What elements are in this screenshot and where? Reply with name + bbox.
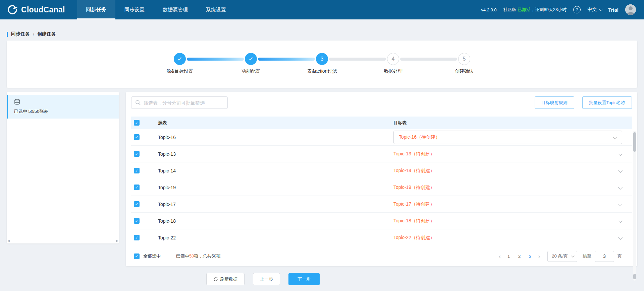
jump-page-input[interactable] — [595, 251, 614, 262]
table-row[interactable]: Topic-14 Topic-14（待创建） — [131, 162, 632, 179]
row-checkbox[interactable] — [134, 151, 140, 157]
chevron-down-icon[interactable] — [618, 168, 623, 173]
wizard-steps: ✓ 源&目标设置 ✓ 功能配置 3 表&action过滤 4 数据处理 5 创建… — [7, 41, 637, 65]
table-row[interactable]: Topic-19 Topic-19（待创建） — [131, 179, 632, 196]
step-done-icon: ✓ — [245, 53, 257, 65]
step-pending-number: 5 — [458, 53, 470, 65]
check-icon: ✓ — [177, 56, 182, 63]
plan-badge: Trial — [608, 7, 619, 13]
help-icon[interactable]: ? — [573, 6, 581, 13]
step-label: 功能配置 — [241, 68, 260, 74]
brand-logo[interactable]: CloudCanal — [7, 4, 65, 15]
step-progress-bar — [258, 58, 315, 61]
selected-count: 50 — [189, 253, 194, 259]
selected-tables-item[interactable]: 已选中 50/50张表 — [7, 95, 119, 119]
target-cell: Topic-18（待创建） — [391, 218, 632, 224]
table-row[interactable]: Topic-18 Topic-18（待创建） — [131, 213, 632, 229]
next-step-button[interactable]: 下一步 — [288, 273, 320, 285]
row-checkbox[interactable] — [134, 235, 140, 240]
page-size-select[interactable]: 20 条/页 — [547, 251, 577, 262]
table-toolbar: 目标映射规则 批量设置Topic名称 — [131, 92, 632, 109]
nav-item-system-settings[interactable]: 系统设置 — [197, 0, 235, 19]
table-footer: 全部选中 已选中50项，总共50项 ‹ 1 2 3 › 20 条/页 跳至 页 — [131, 250, 632, 263]
table-mapping-panel: 目标映射规则 批量设置Topic名称 源表 目标表 Topic-16 Topic… — [126, 92, 637, 266]
selection-count-text: 已选中50项，总共50项 — [176, 253, 221, 259]
source-table-name: Topic-22 — [156, 235, 391, 240]
avatar-person-icon — [625, 4, 636, 15]
target-mapping-rules-button[interactable]: 目标映射规则 — [535, 96, 574, 109]
check-icon: ✓ — [249, 56, 253, 63]
breadcrumb-section[interactable]: 同步任务 — [11, 31, 30, 37]
chevron-down-icon — [599, 8, 602, 11]
next-page-icon[interactable]: › — [536, 253, 543, 259]
scrollbar-thumb-bottom[interactable] — [633, 274, 636, 279]
row-checkbox-cell — [131, 201, 156, 207]
prev-page-icon[interactable]: ‹ — [496, 253, 503, 259]
step-data-processing: 4 数据处理 — [387, 53, 399, 65]
target-topic-select[interactable]: Topic-16（待创建） — [393, 131, 622, 144]
chevron-down-icon[interactable] — [618, 185, 623, 190]
edition-status: 社区版 已激活，还剩89天23小时 — [503, 7, 567, 13]
step-pending-number: 4 — [387, 53, 399, 65]
language-selector[interactable]: 中文 — [587, 7, 601, 13]
target-topic-name: Topic-16（待创建） — [399, 134, 440, 140]
table-row[interactable]: Topic-13 Topic-13（待创建） — [131, 146, 632, 162]
table-row[interactable]: Topic-16 Topic-16（待创建） — [131, 129, 632, 146]
chevron-down-icon[interactable] — [618, 235, 623, 240]
steps-card: ✓ 源&目标设置 ✓ 功能配置 3 表&action过滤 4 数据处理 5 创建… — [7, 41, 637, 88]
header-checkbox-cell — [131, 120, 156, 126]
page-button-3[interactable]: 3 — [525, 254, 536, 259]
chevron-down-icon[interactable] — [618, 152, 623, 156]
jump-to-label: 跳至 — [583, 253, 591, 259]
scroll-right-arrow-icon[interactable]: ▶ — [116, 239, 118, 242]
table-body: Topic-16 Topic-16（待创建） Topic-13 Topic-13… — [131, 129, 632, 246]
row-checkbox[interactable] — [134, 134, 140, 140]
target-topic-name: Topic-18（待创建） — [393, 218, 435, 224]
nav-item-datasource-management[interactable]: 数据源管理 — [154, 0, 197, 19]
brand-name: CloudCanal — [21, 5, 65, 14]
batch-set-topic-name-button[interactable]: 批量设置Topic名称 — [582, 96, 632, 109]
page-button-1[interactable]: 1 — [503, 254, 514, 259]
chevron-down-icon — [613, 135, 618, 139]
target-topic-name: Topic-22（待创建） — [393, 235, 435, 241]
remaining-time: ，还剩89天23小时 — [531, 7, 567, 12]
scroll-left-arrow-icon[interactable]: ◀ — [7, 239, 10, 242]
row-checkbox-cell — [131, 134, 156, 140]
top-navbar: CloudCanal 同步任务 同步设置 数据源管理 系统设置 v4.2.0.0… — [0, 0, 644, 19]
vertical-scrollbar[interactable] — [633, 131, 636, 281]
nav-item-sync-settings[interactable]: 同步设置 — [115, 0, 154, 19]
chevron-down-icon[interactable] — [618, 202, 623, 206]
step-table-action-filter: 3 表&action过滤 — [316, 53, 328, 65]
select-all-label[interactable]: 全部选中 — [143, 253, 161, 259]
row-checkbox[interactable] — [134, 185, 140, 190]
row-checkbox[interactable] — [134, 201, 140, 207]
row-checkbox-cell — [131, 185, 156, 190]
page-button-2[interactable]: 2 — [514, 254, 525, 259]
breadcrumb-separator: / — [33, 32, 34, 37]
refresh-label: 刷新数据 — [220, 276, 237, 282]
target-cell: Topic-19（待创建） — [391, 185, 632, 191]
horizontal-scrollbar[interactable]: ◀ ▶ — [7, 239, 118, 243]
scrollbar-thumb[interactable] — [633, 132, 636, 152]
select-all-footer-checkbox[interactable] — [134, 253, 140, 259]
row-checkbox[interactable] — [134, 218, 140, 224]
step-progress-bar — [400, 58, 457, 61]
refresh-data-button[interactable]: 刷新数据 — [206, 273, 245, 285]
breadcrumb-current: 创建任务 — [37, 31, 56, 37]
row-checkbox[interactable] — [134, 168, 140, 173]
selected-prefix: 已选中 — [176, 253, 189, 259]
selected-tables-summary: 已选中 50/50张表 — [14, 108, 114, 115]
table-row[interactable]: Topic-17 Topic-17（待创建） — [131, 196, 632, 213]
selected-mid: 项，总共 — [194, 253, 211, 259]
step-done-icon: ✓ — [174, 53, 186, 65]
source-table-name: Topic-16 — [156, 135, 391, 140]
filter-tables-input[interactable] — [131, 96, 228, 109]
table-row[interactable]: Topic-22 Topic-22（待创建） — [131, 229, 632, 246]
navbar-right: v4.2.0.0 社区版 已激活，还剩89天23小时 ? 中文 Trial — [481, 4, 636, 15]
nav-item-sync-tasks[interactable]: 同步任务 — [77, 0, 115, 19]
user-avatar[interactable] — [625, 4, 636, 15]
chevron-down-icon[interactable] — [618, 219, 623, 223]
select-all-checkbox[interactable] — [134, 120, 140, 126]
previous-step-button[interactable]: 上一步 — [253, 273, 280, 285]
language-label: 中文 — [587, 7, 597, 13]
